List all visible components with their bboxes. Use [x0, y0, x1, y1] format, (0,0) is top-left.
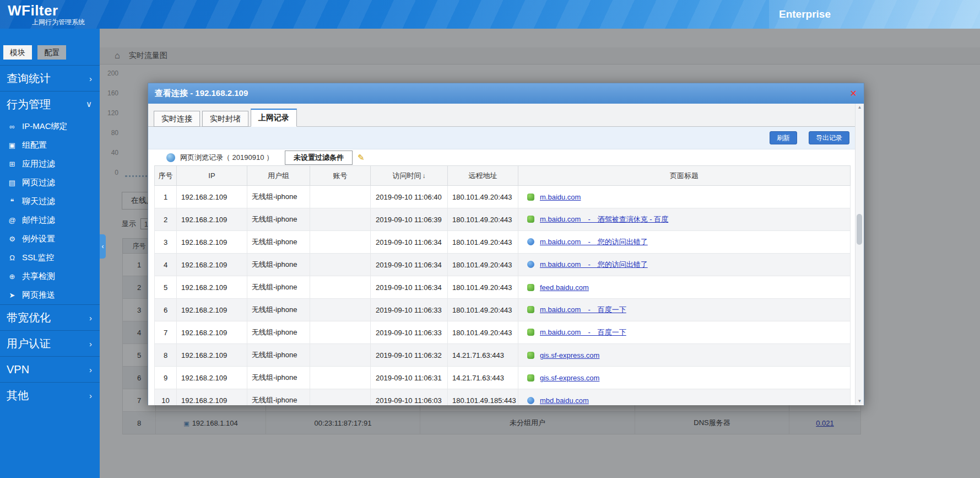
sidebar-item-app-filter[interactable]: ⊞应用过滤	[0, 154, 100, 173]
modal-scrollbar[interactable]: ▲ ▼	[855, 104, 864, 405]
sidebar-item-web-filter[interactable]: ▤网页过滤	[0, 173, 100, 192]
chat-bubble-icon: ❝	[7, 197, 18, 206]
cell-visit-time: 2019-09-10 11:06:03	[371, 389, 448, 406]
page-title-link[interactable]: feed.baidu.com	[540, 283, 589, 292]
sidebar-item-ip-mac-binding[interactable]: ∞IP-MAC绑定	[0, 117, 100, 136]
record-row: 3192.168.2.109无线组-iphone2019-09-10 11:06…	[155, 231, 851, 254]
site-favicon-green-icon	[527, 216, 534, 223]
cell-account	[310, 208, 371, 231]
tab-browsing-records[interactable]: 上网记录	[251, 109, 297, 127]
record-row: 1192.168.2.109无线组-iphone2019-09-10 11:06…	[155, 186, 851, 208]
tab-realtime-blocking[interactable]: 实时封堵	[202, 111, 248, 127]
apps-grid-icon: ⊞	[7, 160, 18, 168]
site-favicon-green-icon	[527, 306, 534, 313]
cell-visit-time: 2019-09-10 11:06:34	[371, 254, 448, 276]
sidebar-item-web-push[interactable]: ➤网页推送	[0, 286, 100, 304]
cell-user-group: 无线组-iphone	[247, 367, 310, 389]
column-header-4[interactable]: 访问时间↓	[371, 166, 448, 186]
cell-index: 4	[155, 254, 177, 276]
cell-ip: 192.168.2.109	[177, 321, 247, 344]
record-row: 2192.168.2.109无线组-iphone2019-09-10 11:06…	[155, 208, 851, 231]
site-favicon-green-icon	[527, 194, 534, 201]
site-favicon-green-icon	[527, 329, 534, 336]
page-title-link[interactable]: gis.sf-express.com	[540, 374, 599, 382]
sidebar-item-mail-filter[interactable]: @邮件过滤	[0, 211, 100, 229]
cell-remote-address: 180.101.49.20:443	[448, 231, 518, 254]
cell-index: 5	[155, 276, 177, 299]
chevron-down-icon: ∨	[86, 99, 92, 109]
sidebar-item-group-config[interactable]: ▣组配置	[0, 136, 100, 154]
sidebar-item-exception-settings[interactable]: ⚙例外设置	[0, 229, 100, 248]
sidebar-section-behavior-mgmt[interactable]: 行为管理∨	[0, 91, 100, 117]
cell-account	[310, 321, 371, 344]
cell-account	[310, 367, 371, 389]
page-title-link[interactable]: m.baidu.com - 酒驾被查演休克 - 百度	[540, 215, 668, 223]
page-title-link[interactable]: m.baidu.com - 您的访问出错了	[540, 238, 648, 246]
sidebar-section-label: 行为管理	[7, 97, 51, 112]
cell-account	[310, 186, 371, 208]
cell-ip: 192.168.2.109	[177, 389, 247, 406]
cell-ip: 192.168.2.109	[177, 344, 247, 367]
tab-realtime-connections[interactable]: 实时连接	[154, 111, 200, 127]
scrollbar-thumb[interactable]	[857, 214, 862, 245]
cell-user-group: 无线组-iphone	[247, 321, 310, 344]
page-title-link[interactable]: m.baidu.com - 百度一下	[540, 328, 626, 336]
page-title-link[interactable]: gis.sf-express.com	[540, 351, 599, 359]
sidebar-section-query-stats[interactable]: 查询统计›	[0, 65, 100, 91]
sidebar-section-vpn[interactable]: VPN›	[0, 356, 100, 382]
edit-filter-icon[interactable]: ✎	[358, 153, 365, 163]
webpage-icon: ▤	[7, 179, 18, 187]
refresh-button[interactable]: 刷新	[770, 131, 797, 144]
column-header-2[interactable]: 用户组	[247, 166, 310, 186]
filter-condition-button[interactable]: 未设置过滤条件	[285, 151, 353, 165]
column-header-5[interactable]: 远程地址	[448, 166, 518, 186]
column-header-1[interactable]: IP	[177, 166, 247, 186]
sidebar-item-chat-filter[interactable]: ❝聊天过滤	[0, 192, 100, 211]
cell-page-title: m.baidu.com - 百度一下	[518, 321, 851, 344]
chevron-right-icon: ›	[89, 391, 92, 400]
sidebar-section-user-auth[interactable]: 用户认证›	[0, 330, 100, 356]
sidebar-item-share-detect[interactable]: ⊕共享检测	[0, 267, 100, 286]
sidebar-tab-modules[interactable]: 模块	[3, 45, 32, 60]
site-favicon-blue-icon	[527, 261, 534, 268]
cell-visit-time: 2019-09-10 11:06:33	[371, 299, 448, 321]
cell-index: 9	[155, 367, 177, 389]
column-header-6[interactable]: 页面标题	[518, 166, 851, 186]
cell-ip: 192.168.2.109	[177, 231, 247, 254]
cell-user-group: 无线组-iphone	[247, 231, 310, 254]
page-title-link[interactable]: m.baidu.com - 百度一下	[540, 305, 626, 314]
sidebar-tab-config[interactable]: 配置	[37, 45, 66, 60]
lock-icon: Ω	[7, 254, 18, 262]
page-title-link[interactable]: mbd.baidu.com	[540, 396, 589, 405]
cell-index: 6	[155, 299, 177, 321]
cell-index: 2	[155, 208, 177, 231]
export-records-button[interactable]: 导出记录	[809, 131, 849, 144]
cell-visit-time: 2019-09-10 11:06:31	[371, 367, 448, 389]
sidebar-item-ssl-monitor[interactable]: ΩSSL监控	[0, 248, 100, 267]
column-header-0[interactable]: 序号	[155, 166, 177, 186]
sidebar-section-others[interactable]: 其他›	[0, 382, 100, 408]
record-filter-bar: 网页浏览记录（ 20190910 ） 未设置过滤条件 ✎	[148, 149, 864, 165]
cell-page-title: mbd.baidu.com	[518, 389, 851, 406]
cell-remote-address: 180.101.49.20:443	[448, 186, 518, 208]
sidebar: 模块 配置 查询统计›行为管理∨∞IP-MAC绑定▣组配置⊞应用过滤▤网页过滤❝…	[0, 29, 100, 478]
cell-ip: 192.168.2.109	[177, 276, 247, 299]
cell-remote-address: 180.101.49.20:443	[448, 208, 518, 231]
scroll-down-icon[interactable]: ▼	[856, 399, 864, 404]
logo-block: WFilter 上网行为管理系统	[8, 3, 85, 26]
scroll-up-icon[interactable]: ▲	[856, 105, 864, 110]
page-title-link[interactable]: m.baidu.com - 您的访问出错了	[540, 260, 648, 268]
at-mail-icon: @	[7, 216, 18, 224]
column-header-3[interactable]: 账号	[310, 166, 371, 186]
cell-page-title: m.baidu.com - 您的访问出错了	[518, 231, 851, 254]
globe-icon: ⊕	[7, 272, 18, 281]
close-icon[interactable]: ✕	[850, 88, 857, 99]
sidebar-section-bandwidth-opt[interactable]: 带宽优化›	[0, 304, 100, 330]
cell-user-group: 无线组-iphone	[247, 208, 310, 231]
site-favicon-green-icon	[527, 352, 534, 359]
page-title-link[interactable]: m.baidu.com	[540, 193, 581, 201]
sidebar-collapse-handle[interactable]: ‹	[100, 234, 106, 259]
dialog-title: 查看连接 - 192.168.2.109	[155, 88, 248, 99]
cell-visit-time: 2019-09-10 11:06:40	[371, 186, 448, 208]
sort-desc-icon: ↓	[423, 172, 426, 180]
